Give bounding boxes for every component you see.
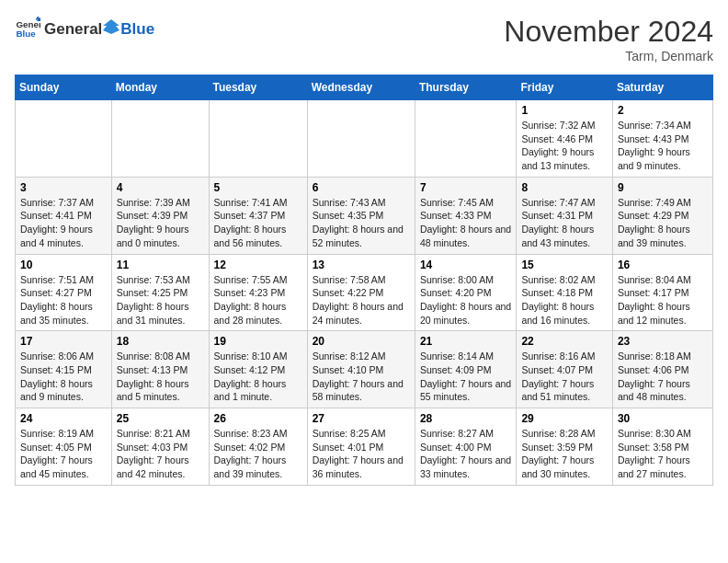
cell-week3-day1: 11Sunrise: 7:53 AMSunset: 4:25 PMDayligh…	[111, 254, 209, 331]
logo-icon: General Blue	[15, 15, 40, 40]
day-number: 21	[420, 335, 512, 348]
cell-week4-day1: 18Sunrise: 8:08 AMSunset: 4:13 PMDayligh…	[111, 331, 209, 408]
cell-week3-day5: 15Sunrise: 8:02 AMSunset: 4:18 PMDayligh…	[517, 254, 612, 331]
day-info: Sunrise: 8:30 AMSunset: 3:58 PMDaylight:…	[618, 427, 708, 481]
cell-week2-day1: 4Sunrise: 7:39 AMSunset: 4:39 PMDaylight…	[111, 177, 209, 254]
day-number: 22	[521, 335, 607, 348]
day-info: Sunrise: 7:55 AMSunset: 4:23 PMDaylight:…	[214, 273, 302, 327]
day-number: 19	[214, 335, 302, 348]
week-row-5: 24Sunrise: 8:19 AMSunset: 4:05 PMDayligh…	[16, 408, 713, 486]
col-friday: Friday	[517, 75, 612, 100]
location: Tarm, Denmark	[504, 49, 713, 63]
cell-week2-day4: 7Sunrise: 7:45 AMSunset: 4:33 PMDaylight…	[415, 177, 517, 254]
cell-week5-day3: 27Sunrise: 8:25 AMSunset: 4:01 PMDayligh…	[307, 408, 415, 486]
day-number: 30	[618, 412, 708, 425]
cell-week1-day1	[111, 100, 209, 178]
cell-week3-day0: 10Sunrise: 7:51 AMSunset: 4:27 PMDayligh…	[16, 254, 112, 331]
day-info: Sunrise: 8:08 AMSunset: 4:13 PMDaylight:…	[117, 350, 204, 404]
day-number: 6	[313, 181, 410, 194]
cell-week1-day2	[209, 100, 307, 178]
svg-text:Blue: Blue	[16, 29, 36, 39]
day-info: Sunrise: 7:37 AMSunset: 4:41 PMDaylight:…	[20, 196, 107, 250]
col-saturday: Saturday	[612, 75, 712, 100]
day-info: Sunrise: 8:16 AMSunset: 4:07 PMDaylight:…	[521, 350, 607, 404]
day-info: Sunrise: 8:04 AMSunset: 4:17 PMDaylight:…	[618, 273, 708, 327]
day-info: Sunrise: 8:14 AMSunset: 4:09 PMDaylight:…	[420, 350, 512, 404]
day-info: Sunrise: 8:18 AMSunset: 4:06 PMDaylight:…	[618, 350, 708, 404]
day-number: 9	[618, 181, 708, 194]
day-number: 23	[618, 335, 708, 348]
svg-marker-4	[103, 19, 119, 34]
day-number: 3	[20, 181, 107, 194]
day-info: Sunrise: 7:51 AMSunset: 4:27 PMDaylight:…	[20, 273, 107, 327]
month-title: November 2024	[504, 15, 713, 49]
cell-week2-day6: 9Sunrise: 7:49 AMSunset: 4:29 PMDaylight…	[612, 177, 712, 254]
cell-week5-day4: 28Sunrise: 8:27 AMSunset: 4:00 PMDayligh…	[415, 408, 517, 486]
week-row-1: 1Sunrise: 7:32 AMSunset: 4:46 PMDaylight…	[16, 100, 713, 178]
day-info: Sunrise: 7:43 AMSunset: 4:35 PMDaylight:…	[313, 196, 410, 250]
col-thursday: Thursday	[415, 75, 517, 100]
day-info: Sunrise: 8:23 AMSunset: 4:02 PMDaylight:…	[214, 427, 302, 481]
cell-week4-day6: 23Sunrise: 8:18 AMSunset: 4:06 PMDayligh…	[612, 331, 712, 408]
day-number: 14	[420, 259, 512, 271]
logo-general-text: General	[44, 20, 102, 39]
cell-week2-day5: 8Sunrise: 7:47 AMSunset: 4:31 PMDaylight…	[517, 177, 612, 254]
cell-week3-day2: 12Sunrise: 7:55 AMSunset: 4:23 PMDayligh…	[209, 254, 307, 331]
day-number: 29	[521, 412, 607, 425]
day-info: Sunrise: 7:45 AMSunset: 4:33 PMDaylight:…	[420, 196, 512, 250]
day-number: 8	[521, 181, 607, 194]
day-number: 7	[420, 181, 512, 194]
day-number: 17	[20, 335, 107, 348]
week-row-4: 17Sunrise: 8:06 AMSunset: 4:15 PMDayligh…	[16, 331, 713, 408]
calendar-header: Sunday Monday Tuesday Wednesday Thursday…	[16, 75, 713, 100]
day-number: 16	[618, 259, 708, 271]
cell-week5-day5: 29Sunrise: 8:28 AMSunset: 3:59 PMDayligh…	[517, 408, 612, 486]
day-number: 13	[313, 259, 410, 271]
day-info: Sunrise: 7:49 AMSunset: 4:29 PMDaylight:…	[618, 196, 708, 250]
day-info: Sunrise: 8:02 AMSunset: 4:18 PMDaylight:…	[521, 273, 607, 327]
day-info: Sunrise: 8:21 AMSunset: 4:03 PMDaylight:…	[117, 427, 204, 481]
col-sunday: Sunday	[16, 75, 112, 100]
day-number: 5	[214, 181, 302, 194]
day-number: 18	[117, 335, 204, 348]
cell-week1-day4	[415, 100, 517, 178]
logo: General Blue General Blue	[15, 15, 154, 40]
logo-bird-icon	[103, 17, 119, 34]
week-row-2: 3Sunrise: 7:37 AMSunset: 4:41 PMDaylight…	[16, 177, 713, 254]
cell-week5-day2: 26Sunrise: 8:23 AMSunset: 4:02 PMDayligh…	[209, 408, 307, 486]
day-info: Sunrise: 8:10 AMSunset: 4:12 PMDaylight:…	[214, 350, 302, 404]
day-number: 12	[214, 259, 302, 271]
col-wednesday: Wednesday	[307, 75, 415, 100]
day-number: 24	[20, 412, 107, 425]
cell-week3-day4: 14Sunrise: 8:00 AMSunset: 4:20 PMDayligh…	[415, 254, 517, 331]
header-row: Sunday Monday Tuesday Wednesday Thursday…	[16, 75, 713, 100]
day-number: 27	[313, 412, 410, 425]
day-info: Sunrise: 8:27 AMSunset: 4:00 PMDaylight:…	[420, 427, 512, 481]
cell-week3-day3: 13Sunrise: 7:58 AMSunset: 4:22 PMDayligh…	[307, 254, 415, 331]
day-info: Sunrise: 8:19 AMSunset: 4:05 PMDaylight:…	[20, 427, 107, 481]
logo-blue-text: Blue	[120, 20, 154, 39]
day-info: Sunrise: 8:12 AMSunset: 4:10 PMDaylight:…	[313, 350, 410, 404]
cell-week4-day3: 20Sunrise: 8:12 AMSunset: 4:10 PMDayligh…	[307, 331, 415, 408]
day-info: Sunrise: 7:47 AMSunset: 4:31 PMDaylight:…	[521, 196, 607, 250]
cell-week4-day4: 21Sunrise: 8:14 AMSunset: 4:09 PMDayligh…	[415, 331, 517, 408]
day-number: 4	[117, 181, 204, 194]
day-info: Sunrise: 7:32 AMSunset: 4:46 PMDaylight:…	[521, 119, 607, 173]
day-number: 10	[20, 259, 107, 271]
col-tuesday: Tuesday	[209, 75, 307, 100]
cell-week2-day2: 5Sunrise: 7:41 AMSunset: 4:37 PMDaylight…	[209, 177, 307, 254]
day-number: 25	[117, 412, 204, 425]
day-number: 26	[214, 412, 302, 425]
cell-week4-day5: 22Sunrise: 8:16 AMSunset: 4:07 PMDayligh…	[517, 331, 612, 408]
cell-week5-day0: 24Sunrise: 8:19 AMSunset: 4:05 PMDayligh…	[16, 408, 112, 486]
cell-week5-day1: 25Sunrise: 8:21 AMSunset: 4:03 PMDayligh…	[111, 408, 209, 486]
col-monday: Monday	[111, 75, 209, 100]
cell-week1-day6: 2Sunrise: 7:34 AMSunset: 4:43 PMDaylight…	[612, 100, 712, 178]
cell-week4-day0: 17Sunrise: 8:06 AMSunset: 4:15 PMDayligh…	[16, 331, 112, 408]
calendar-table: Sunday Monday Tuesday Wednesday Thursday…	[15, 75, 713, 486]
day-info: Sunrise: 8:25 AMSunset: 4:01 PMDaylight:…	[313, 427, 410, 481]
day-info: Sunrise: 7:34 AMSunset: 4:43 PMDaylight:…	[618, 119, 708, 173]
cell-week1-day5: 1Sunrise: 7:32 AMSunset: 4:46 PMDaylight…	[517, 100, 612, 178]
calendar-body: 1Sunrise: 7:32 AMSunset: 4:46 PMDaylight…	[16, 100, 713, 486]
cell-week3-day6: 16Sunrise: 8:04 AMSunset: 4:17 PMDayligh…	[612, 254, 712, 331]
